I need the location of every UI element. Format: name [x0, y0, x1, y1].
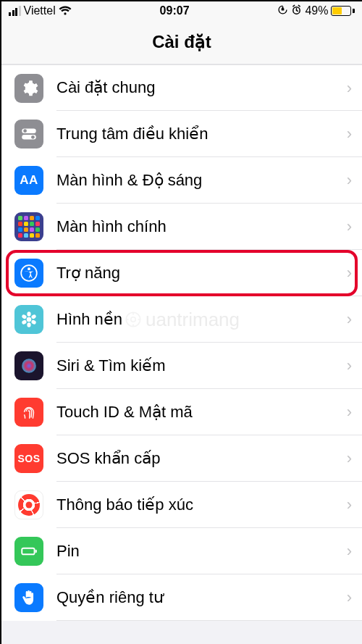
- battery-icon: [331, 6, 355, 16]
- hand-icon: [14, 583, 43, 612]
- row-label: Quyền riêng tư: [56, 574, 362, 621]
- fingerprint-icon: [14, 398, 43, 427]
- row-label: Trợ năng: [56, 250, 362, 296]
- signal-icon: [9, 6, 21, 16]
- row-label: Màn hình chính: [56, 204, 362, 250]
- svg-point-12: [21, 319, 27, 325]
- status-bar: Viettel 09:07 49%: [1, 1, 362, 19]
- wifi-icon: [59, 6, 72, 16]
- text-size-icon: AA: [14, 166, 43, 195]
- row-siri[interactable]: Siri & Tìm kiếm ›: [1, 343, 362, 389]
- svg-point-8: [27, 311, 30, 317]
- row-touchid[interactable]: Touch ID & Mật mã ›: [1, 389, 362, 435]
- row-battery[interactable]: Pin ›: [1, 528, 362, 574]
- row-label: SOS khẩn cấp: [56, 435, 362, 482]
- row-wallpaper[interactable]: Hình nền ›: [1, 296, 362, 343]
- svg-point-6: [28, 267, 30, 270]
- row-accessibility[interactable]: Trợ năng ›: [1, 250, 362, 296]
- svg-point-14: [22, 359, 36, 373]
- row-sos[interactable]: SOS SOS khẩn cấp ›: [1, 435, 362, 482]
- sos-text: SOS: [17, 453, 40, 464]
- row-label: Hình nền: [56, 296, 362, 343]
- settings-list: Cài đặt chung › Trung tâm điều khiển › A…: [1, 64, 362, 621]
- app-grid-icon: [14, 212, 43, 241]
- svg-rect-15: [22, 548, 34, 555]
- row-control-center[interactable]: Trung tâm điều khiển ›: [1, 111, 362, 157]
- row-home-screen[interactable]: Màn hình chính ›: [1, 204, 362, 250]
- svg-point-13: [21, 314, 27, 319]
- row-label: Màn hình & Độ sáng: [56, 157, 362, 204]
- svg-point-11: [27, 322, 30, 327]
- sos-icon: SOS: [14, 444, 43, 473]
- page-title: Cài đặt: [1, 19, 362, 64]
- carrier-label: Viettel: [24, 4, 56, 17]
- gear-icon: [14, 74, 43, 103]
- svg-point-7: [27, 317, 32, 322]
- row-label: Pin: [56, 528, 362, 574]
- accessibility-icon: [14, 259, 43, 288]
- svg-point-10: [30, 319, 36, 325]
- row-general[interactable]: Cài đặt chung ›: [1, 64, 362, 111]
- orientation-lock-icon: [277, 4, 288, 18]
- svg-point-4: [31, 135, 35, 139]
- toggles-icon: [14, 120, 43, 149]
- status-time: 09:07: [160, 4, 190, 17]
- row-label: Siri & Tìm kiếm: [56, 343, 362, 389]
- row-exposure[interactable]: Thông báo tiếp xúc ›: [1, 482, 362, 528]
- battery-row-icon: [14, 537, 43, 566]
- row-display[interactable]: AA Màn hình & Độ sáng ›: [1, 157, 362, 204]
- row-label: Cài đặt chung: [56, 65, 362, 111]
- row-privacy[interactable]: Quyền riêng tư ›: [1, 574, 362, 621]
- aa-text: AA: [20, 173, 38, 188]
- svg-rect-16: [35, 550, 37, 553]
- siri-icon: [14, 351, 43, 380]
- row-label: Touch ID & Mật mã: [56, 389, 362, 435]
- exposure-icon: [14, 490, 43, 519]
- row-label: Thông báo tiếp xúc: [56, 482, 362, 528]
- flower-icon: [14, 305, 43, 334]
- row-label: Trung tâm điều khiển: [56, 111, 362, 157]
- svg-point-9: [30, 314, 36, 319]
- alarm-icon: [291, 4, 302, 17]
- status-left: Viettel: [9, 4, 72, 17]
- battery-percent: 49%: [305, 4, 328, 17]
- status-right: 49%: [277, 4, 355, 18]
- svg-point-2: [23, 129, 27, 133]
